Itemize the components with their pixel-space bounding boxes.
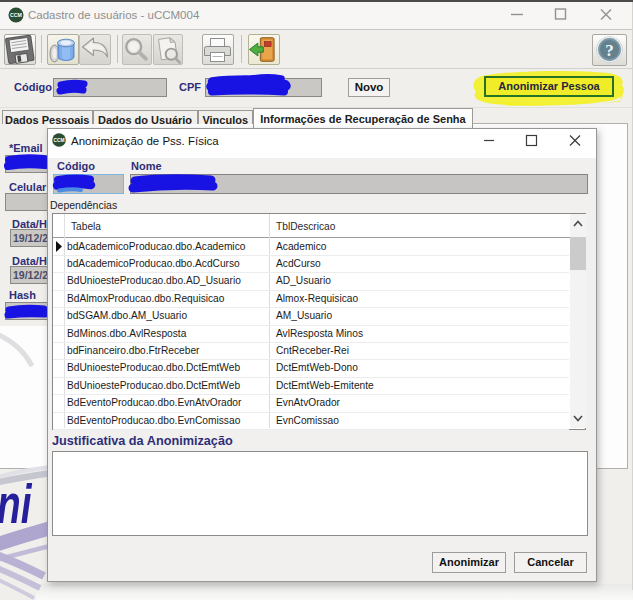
- svg-text:ni: ni: [0, 472, 33, 535]
- svg-text:?: ?: [605, 41, 614, 60]
- svg-text:CCM: CCM: [54, 138, 65, 143]
- svg-text:CCM: CCM: [10, 12, 22, 18]
